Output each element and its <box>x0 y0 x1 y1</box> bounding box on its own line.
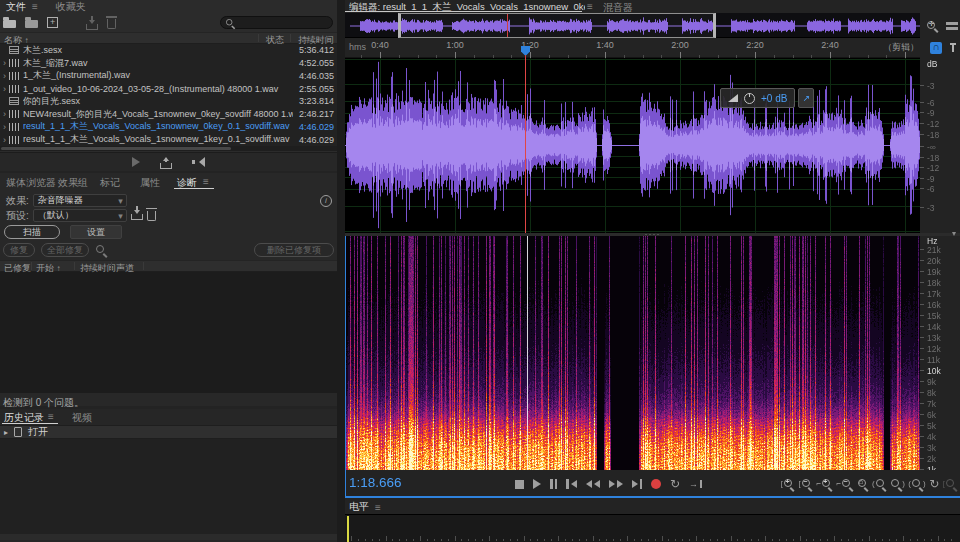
search-box[interactable] <box>220 16 333 29</box>
zoom-out-full-icon[interactable]: () <box>908 478 925 490</box>
expand-chevron-icon[interactable] <box>0 71 9 81</box>
loop-playback-button[interactable] <box>670 477 680 491</box>
import-file-icon[interactable] <box>25 20 38 28</box>
scrollbar-thumb[interactable] <box>1 147 231 150</box>
skip-selection-button[interactable] <box>689 479 702 489</box>
volume-fader-icon[interactable] <box>728 94 738 102</box>
column-start[interactable]: 开始 <box>36 262 61 275</box>
panel-menu-icon[interactable] <box>587 1 593 12</box>
history-list-empty[interactable] <box>0 439 337 534</box>
effect-select[interactable]: 杂音降噪器 <box>33 194 127 207</box>
column-repaired[interactable]: 已修复 <box>4 262 31 275</box>
tab-levels[interactable]: 电平 <box>349 500 369 514</box>
expand-chevron-icon[interactable] <box>0 58 9 68</box>
panel-menu-icon[interactable] <box>375 502 381 513</box>
expand-chevron-icon[interactable] <box>0 122 9 132</box>
expand-chevron-icon[interactable] <box>0 109 9 119</box>
file-row[interactable]: 1_out_video_10-06-2024_03-05-28_(Instrum… <box>0 82 337 95</box>
overview-zoom-selection[interactable] <box>398 13 716 38</box>
tab-effects-rack[interactable]: 效果组 <box>58 176 88 190</box>
hud-pin-button[interactable] <box>798 88 814 108</box>
db-scale-label: -6 <box>927 99 935 107</box>
snap-magnet-icon[interactable] <box>930 42 942 54</box>
zoom-navigate-icon[interactable]: ✛ <box>926 20 938 32</box>
preview-play-icon[interactable] <box>132 157 140 167</box>
go-to-start-button[interactable] <box>566 479 577 489</box>
overview-strip[interactable] <box>345 13 920 38</box>
zoom-out-amplitude-icon[interactable]: [− <box>798 478 812 490</box>
time-display[interactable]: 1:18.666 <box>349 475 402 490</box>
fast-forward-button[interactable] <box>609 480 623 488</box>
column-duration[interactable]: 持续时间 <box>298 34 334 47</box>
panel-splitter-vertical[interactable] <box>337 0 345 542</box>
tab-files[interactable]: 文件 <box>6 0 26 14</box>
column-name[interactable]: 名称 <box>4 34 29 47</box>
file-name: result_1_1_木兰_Vocals_Vocals_1snownew_1ke… <box>23 133 293 146</box>
gain-value[interactable]: +0 dB <box>761 93 787 104</box>
history-item-open[interactable]: 打开 <box>0 425 337 439</box>
file-row[interactable]: 1_木兰_(Instrumental).wav4:46.035 <box>0 70 337 83</box>
file-row[interactable]: 木兰_缩混7.wav4:52.055 <box>0 57 337 70</box>
expand-chevron-icon[interactable] <box>0 135 9 145</box>
go-to-end-button[interactable] <box>632 479 643 489</box>
delete-icon[interactable] <box>107 19 116 29</box>
info-icon[interactable] <box>320 195 332 207</box>
delete-repaired-button[interactable]: 删除已修复项 <box>254 243 334 257</box>
pause-button[interactable] <box>550 479 557 489</box>
zoom-in-amplitude-icon[interactable]: [+ <box>781 478 795 490</box>
save-icon[interactable] <box>86 24 98 30</box>
auto-play-speaker-icon[interactable] <box>192 157 206 167</box>
record-button[interactable] <box>651 479 661 489</box>
file-row[interactable]: result_1_1_木兰_Vocals_Vocals_1snownew_0ke… <box>0 121 337 134</box>
insert-into-multitrack-icon[interactable] <box>160 163 172 169</box>
open-folder-icon[interactable] <box>3 20 16 28</box>
file-row[interactable]: result_1_1_木兰_Vocals_Vocals_1snownew_1ke… <box>0 133 337 146</box>
column-channel[interactable]: 声道 <box>116 262 134 275</box>
reset-zoom-icon[interactable] <box>929 477 939 491</box>
zoom-in-time-icon[interactable]: ⌐+ <box>816 478 833 490</box>
new-container-icon[interactable] <box>47 17 58 28</box>
panel-menu-icon[interactable] <box>32 1 38 12</box>
search-input[interactable] <box>238 18 318 28</box>
save-preset-icon[interactable] <box>131 214 143 220</box>
panel-menu-icon[interactable] <box>203 176 209 187</box>
waveform-view[interactable] <box>345 58 920 233</box>
settings-button[interactable]: 设置 <box>70 225 122 239</box>
tab-favorites[interactable]: 收藏夹 <box>56 0 86 14</box>
tab-markers[interactable]: 标记 <box>100 176 120 190</box>
ruler-tick-label: 2:00 <box>671 40 689 50</box>
tab-video[interactable]: 视频 <box>72 411 92 425</box>
file-row[interactable]: 你的目光.sesx3:23.814 <box>0 95 337 108</box>
panel-menu-icon[interactable] <box>48 411 54 422</box>
file-row[interactable]: NEW4result_你的目光4_Vocals_1snownew_0key_so… <box>0 108 337 121</box>
zoom-history-icon[interactable]: [ <box>943 478 957 490</box>
play-button[interactable] <box>533 479 541 489</box>
gain-hud[interactable]: +0 dB <box>720 88 814 108</box>
file-row[interactable]: 木兰.sesx5:36.412 <box>0 44 337 57</box>
preset-select[interactable]: （默认） <box>33 209 127 222</box>
files-hscrollbar[interactable] <box>0 146 337 151</box>
diagnostics-results-list[interactable] <box>0 272 337 393</box>
repair-button[interactable]: 修复 <box>3 243 35 257</box>
panel-layers-icon[interactable] <box>946 22 958 30</box>
spectrogram-view[interactable] <box>345 236 920 470</box>
expand-chevron-icon[interactable] <box>0 84 9 94</box>
repair-all-button[interactable]: 全部修复 <box>41 243 89 257</box>
find-issue-icon[interactable] <box>95 244 107 256</box>
delete-preset-icon[interactable] <box>147 211 156 221</box>
zoom-to-selection-icon[interactable]: ⌂ <box>857 478 869 490</box>
rewind-button[interactable] <box>586 480 600 488</box>
tab-media-browser[interactable]: 媒体浏览器 <box>6 176 56 190</box>
zoom-out-time-icon[interactable]: ⌐− <box>836 478 853 490</box>
gain-knob-icon[interactable] <box>744 93 755 104</box>
stop-button[interactable] <box>515 480 524 489</box>
scan-button[interactable]: 扫描 <box>4 225 60 239</box>
tab-properties[interactable]: 属性 <box>140 176 160 190</box>
file-name: 1_木兰_(Instrumental).wav <box>23 69 293 82</box>
timeline-ruler[interactable]: hms 0:401:001:201:402:002:202:40 （剪辑） <box>345 38 920 58</box>
zoom-selection-in-point-icon[interactable]: ( <box>872 478 887 490</box>
zoom-selection-out-point-icon[interactable]: ) <box>890 478 905 490</box>
marker-pin-icon[interactable] <box>949 43 957 53</box>
history-bottom-scrollbar[interactable] <box>0 534 337 540</box>
column-status[interactable]: 状态 <box>266 34 284 47</box>
